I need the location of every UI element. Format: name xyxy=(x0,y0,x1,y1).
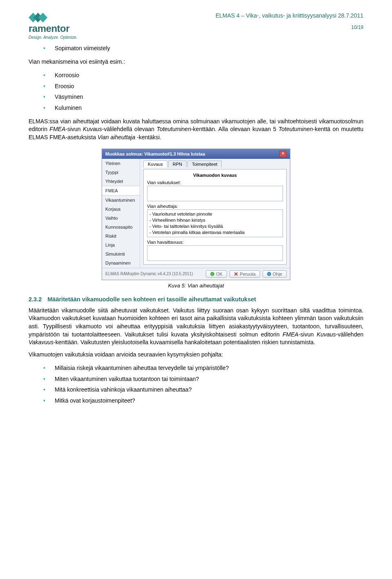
t: -kenttään. Vaikutusten yleisluotoisella … xyxy=(53,339,315,345)
dialog-tabs: Kuvaus RPN Toimenpiteet xyxy=(143,160,287,167)
cause-line: - Vetotelan pinnalla kitkaa alentavaa ma… xyxy=(149,229,281,236)
sidebar-item[interactable]: Kunnossapito xyxy=(102,223,140,232)
sidebar-item[interactable]: Yhteydet xyxy=(102,177,140,186)
sidebar-item[interactable]: Dynaaminen xyxy=(102,258,140,267)
sidebar-item[interactable]: Linja xyxy=(102,241,140,249)
intro-text: Vian mekanismeina voi esiintyä esim.: xyxy=(29,58,363,66)
t: -sivun xyxy=(298,331,317,338)
bullet-list-2: Korroosio Eroosio Väsyminen Kuluminen xyxy=(29,70,363,113)
logo-name: ramentor xyxy=(29,23,94,34)
t: Vian aiheuttaja xyxy=(98,134,135,140)
t: -sivun xyxy=(65,126,83,132)
document-page: ramentor Design. Analyze. Optimize. ELMA… xyxy=(0,0,392,426)
t: Kuvaus xyxy=(83,126,102,132)
sidebar-item[interactable]: Korjaus xyxy=(102,205,140,214)
sidebar-item[interactable]: Vaihto xyxy=(102,214,140,223)
t: FMEA xyxy=(49,126,65,132)
dialog-window: Muokkaa solmua: Vikamuoto#1.3 Hihna luis… xyxy=(102,149,290,280)
dialog-figure: Muokkaa solmua: Vikamuoto#1.3 Hihna luis… xyxy=(29,149,363,280)
t: -välilehden xyxy=(336,331,363,338)
sidebar-item[interactable]: Tyyppi xyxy=(102,168,140,177)
label-effects: Vian vaikutukset: xyxy=(147,180,283,185)
sidebar-item[interactable]: Riskit xyxy=(102,232,140,241)
heading-text: Määritetään vikamuodolle sen kohteen eri… xyxy=(47,296,256,303)
label-detect: Vian havaittavuus: xyxy=(147,240,283,245)
list-item: Mitä konkreettisia vahinkoja vikaantumin… xyxy=(43,384,363,395)
t: Vakavuus xyxy=(29,339,53,345)
heading-number: 2.3.2 xyxy=(29,296,42,303)
btn-label: Ohje xyxy=(273,272,282,276)
dialog-footer: ELMAS RAMoptim Dynamic v4.4.23 (10.5.201… xyxy=(102,268,290,280)
dialog-sidebar: Yleinen Tyyppi Yhteydet FMEA Vikaantumin… xyxy=(102,159,140,267)
cause-line: - Vaurioitunut vetotelan pinnoite xyxy=(149,211,281,217)
check-icon xyxy=(210,272,214,276)
paragraph-elmas-cause: ELMAS:ssa vian aiheuttajat voidaan kuvat… xyxy=(29,118,363,142)
cancel-icon xyxy=(234,272,238,276)
label-cause: Vian aiheuttaja: xyxy=(147,204,283,209)
bullet-list-1: Sopimaton viimeistely xyxy=(29,43,363,54)
help-button[interactable]: Ohje xyxy=(263,270,287,278)
t: FMEA xyxy=(283,331,298,338)
logo-tagline: Design. Analyze. Optimize. xyxy=(29,35,94,40)
t: -kentäksi. xyxy=(135,134,161,140)
paragraph-effects-desc: Määritetään vikamuodolle siitä aiheutuva… xyxy=(29,307,363,347)
logo-icon xyxy=(29,12,47,23)
sidebar-item[interactable]: Vikaantuminen xyxy=(102,196,140,205)
heading-2-3-2: 2.3.2Määritetään vikamuodolle sen kohtee… xyxy=(29,296,363,303)
t: Toteutuminen xyxy=(278,126,313,132)
cause-textarea[interactable]: - Vaurioitunut vetotelan pinnoite - Virh… xyxy=(147,209,283,237)
ok-button[interactable]: OK xyxy=(206,270,227,278)
page-number: 10/19 xyxy=(94,24,363,30)
page-header: ramentor Design. Analyze. Optimize. ELMA… xyxy=(29,12,363,40)
sidebar-item[interactable]: Simulointi xyxy=(102,249,140,258)
sidebar-item[interactable]: Yleinen xyxy=(102,159,140,168)
list-item: Kuluminen xyxy=(43,102,363,114)
dialog-title-text: Muokkaa solmua: Vikamuoto#1.3 Hihna luis… xyxy=(105,151,205,156)
help-icon xyxy=(267,272,271,276)
list-item: Miten vikaantuminen vaikuttaa tuotantoon… xyxy=(43,374,363,385)
close-icon[interactable]: × xyxy=(279,151,287,157)
svg-marker-2 xyxy=(38,13,47,22)
list-item: Korroosio xyxy=(43,70,363,81)
figure-caption: Kuva 5: Vian aiheuttajat xyxy=(29,283,363,289)
tab-kuvaus[interactable]: Kuvaus xyxy=(143,160,167,167)
list-item: Millaisia riskejä vikaantuminen aiheutta… xyxy=(43,363,363,374)
cause-line: - Veto- tai taittotelan kiinnitys löysäl… xyxy=(149,223,281,229)
list-item: Väsyminen xyxy=(43,91,363,102)
list-item: Eroosio xyxy=(43,81,363,92)
t: Kuvaus xyxy=(317,331,336,338)
t: -kenttään. Alla olevaan kuvaan 5 xyxy=(191,126,278,132)
list-item: Mitkä ovat korjaustoimenpiteet? xyxy=(43,395,363,406)
doc-title: ELMAS 4 – Vika-, vaikutus- ja kriittisyy… xyxy=(94,12,363,19)
t: Toteutuminen xyxy=(157,126,191,132)
dialog-content: Kuvaus RPN Toimenpiteet Vikamuodon kuvau… xyxy=(140,159,290,267)
logo: ramentor Design. Analyze. Optimize. xyxy=(29,12,94,40)
btn-label: OK xyxy=(216,272,223,276)
list-item: Sopimaton viimeistely xyxy=(43,43,363,54)
btn-label: Peruuta xyxy=(240,272,256,276)
dialog-titlebar: Muokkaa solmua: Vikamuoto#1.3 Hihna luis… xyxy=(102,149,290,159)
dialog-pane: Vikamuodon kuvaus Vian vaikutukset: Vian… xyxy=(143,169,287,264)
tab-rpn[interactable]: RPN xyxy=(168,160,187,167)
t: -välilehdellä olevaan xyxy=(102,126,157,132)
detect-textarea[interactable] xyxy=(147,245,283,261)
bullet-list-3: Millaisia riskejä vikaantuminen aiheutta… xyxy=(29,363,363,406)
cancel-button[interactable]: Peruuta xyxy=(229,270,260,278)
sidebar-item-fmea[interactable]: FMEA xyxy=(102,186,140,196)
paragraph-questions-intro: Vikamuotojen vaikutuksia voidaan arvioid… xyxy=(29,351,363,359)
effects-textarea[interactable] xyxy=(147,186,283,201)
footer-version: ELMAS RAMoptim Dynamic v4.4.23 (10.5.201… xyxy=(105,272,193,276)
pane-heading: Vikamuodon kuvaus xyxy=(147,173,283,178)
cause-line: - Virheellinen hihnan kiristys xyxy=(149,217,281,223)
tab-toimenpiteet[interactable]: Toimenpiteet xyxy=(187,160,222,167)
